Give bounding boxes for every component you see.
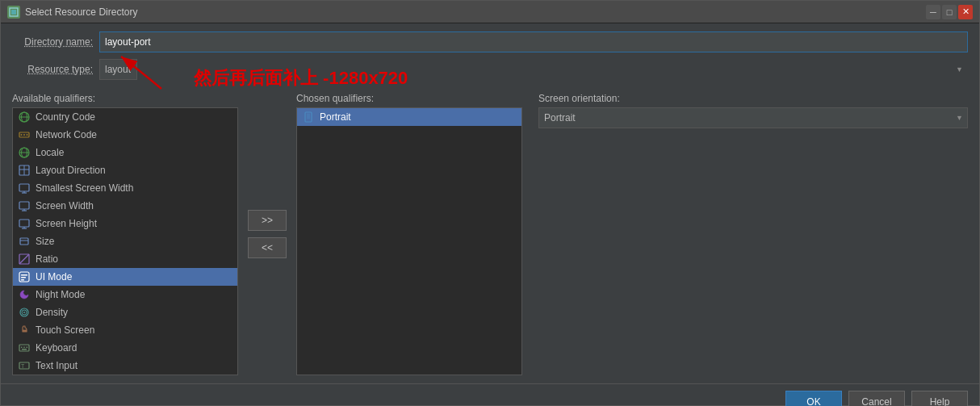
keyboard-icon xyxy=(18,341,31,354)
screen-icon xyxy=(18,199,31,212)
screen-orientation-label: Screen orientation: xyxy=(538,93,968,104)
screen-icon xyxy=(18,217,31,230)
maximize-button[interactable]: □ xyxy=(942,5,957,19)
screen-orientation-wrapper: Portrait Landscape Square xyxy=(538,107,968,128)
screen-orientation-select[interactable]: Portrait Landscape Square xyxy=(538,107,968,128)
qualifier-name: Touch Screen xyxy=(36,324,94,336)
directory-name-label: Directory name: xyxy=(12,36,93,48)
qualifier-item-network-code[interactable]: Network Code xyxy=(13,126,237,144)
resource-type-label: Resource type: xyxy=(12,64,93,75)
svg-rect-39 xyxy=(27,347,28,349)
screen-icon xyxy=(18,182,31,195)
ok-button[interactable]: OK xyxy=(785,391,842,406)
qualifier-name: Density xyxy=(36,307,68,318)
available-qualifiers-label: Available qualifiers: xyxy=(12,93,238,104)
ratio-icon xyxy=(18,253,31,266)
svg-rect-22 xyxy=(19,220,29,227)
qualifier-name: Network Code xyxy=(36,129,97,140)
chosen-item-name: Portrait xyxy=(320,111,351,123)
main-area: Available qualifiers: Country Code Netwo… xyxy=(12,93,968,375)
svg-text:T: T xyxy=(21,363,25,369)
touch-icon xyxy=(18,324,31,337)
forward-button[interactable]: >> xyxy=(248,210,287,231)
qualifier-name: Ratio xyxy=(36,253,58,265)
minimize-button[interactable]: ─ xyxy=(926,5,940,19)
qualifier-item-night-mode[interactable]: Night Mode xyxy=(13,286,237,303)
qualifier-list[interactable]: Country Code Network Code Locale Layout … xyxy=(12,107,238,375)
svg-rect-38 xyxy=(23,347,25,349)
chosen-qualifiers-panel: Chosen qualifiers: Portrait xyxy=(296,93,522,375)
svg-rect-32 xyxy=(21,279,24,281)
directory-name-row: Directory name: xyxy=(12,31,968,52)
screen-orientation-panel: Screen orientation: Portrait Landscape S… xyxy=(522,93,968,375)
svg-rect-30 xyxy=(21,274,27,276)
qualifier-item-keyboard[interactable]: Keyboard xyxy=(13,339,237,357)
title-bar: Select Resource Directory ─ □ ✕ xyxy=(1,1,979,23)
qualifier-item-size[interactable]: Size xyxy=(13,232,237,250)
svg-rect-44 xyxy=(307,114,310,119)
qualifier-name: Screen Height xyxy=(36,218,97,229)
svg-rect-40 xyxy=(22,349,27,350)
chosen-qualifiers-label: Chosen qualifiers: xyxy=(296,93,522,104)
globe-icon xyxy=(18,111,31,123)
qualifier-item-layout-direction[interactable]: Layout Direction xyxy=(13,161,237,179)
svg-rect-1 xyxy=(11,10,16,15)
close-button[interactable]: ✕ xyxy=(958,5,973,19)
svg-rect-25 xyxy=(20,238,28,245)
dialog-content: Directory name: Resource type: layout xyxy=(1,23,979,383)
arrow-buttons-panel: >> << xyxy=(238,93,296,375)
size-icon xyxy=(18,235,31,248)
qualifier-item-ui-mode[interactable]: UI Mode xyxy=(13,268,237,286)
qualifier-item-smallest-screen-width[interactable]: Smallest Screen Width xyxy=(13,179,237,197)
resource-type-wrapper: layout xyxy=(99,59,968,80)
qualifier-name: Screen Width xyxy=(36,200,94,211)
qualifier-name: Text Input xyxy=(36,360,77,371)
qualifier-name: Night Mode xyxy=(36,289,85,300)
window-icon xyxy=(7,6,20,19)
svg-rect-31 xyxy=(21,277,26,278)
qualifier-item-screen-width[interactable]: Screen Width xyxy=(13,197,237,215)
available-qualifiers-panel: Available qualifiers: Country Code Netwo… xyxy=(12,93,238,375)
svg-point-35 xyxy=(23,312,25,313)
qualifier-item-ratio[interactable]: Ratio xyxy=(13,250,237,268)
network-icon xyxy=(18,128,31,141)
title-controls: ─ □ ✕ xyxy=(926,5,973,19)
qualifier-item-locale[interactable]: Locale xyxy=(13,144,237,161)
night-icon xyxy=(18,288,31,301)
svg-rect-16 xyxy=(19,184,29,191)
chosen-list[interactable]: Portrait xyxy=(296,107,522,375)
cancel-button[interactable]: Cancel xyxy=(848,391,905,406)
qualifier-item-density[interactable]: Density xyxy=(13,303,237,321)
qualifier-name: Smallest Screen Width xyxy=(36,182,133,194)
density-icon xyxy=(18,306,31,319)
window-title: Select Resource Directory xyxy=(25,6,926,18)
qualifier-item-text-input[interactable]: T Text Input xyxy=(13,357,237,375)
qualifier-item-screen-height[interactable]: Screen Height xyxy=(13,215,237,232)
svg-rect-37 xyxy=(21,347,23,349)
svg-point-8 xyxy=(23,134,25,136)
qualifier-name: UI Mode xyxy=(36,271,72,283)
qualifier-name: Layout Direction xyxy=(36,165,106,176)
directory-name-input[interactable] xyxy=(99,31,968,52)
select-resource-directory-window: Select Resource Directory ─ □ ✕ Director… xyxy=(0,0,980,406)
qualifier-item-touch-screen[interactable]: Touch Screen xyxy=(13,321,237,339)
backward-button[interactable]: << xyxy=(248,237,287,258)
qualifier-name: Keyboard xyxy=(36,342,77,354)
resource-type-row: Resource type: layout xyxy=(12,59,968,80)
qualifier-name: Locale xyxy=(36,147,64,158)
uimode-icon xyxy=(18,270,31,283)
text-icon: T xyxy=(18,359,31,372)
qualifier-name: Size xyxy=(36,236,54,247)
qualifier-item-country-code[interactable]: Country Code xyxy=(13,108,237,126)
svg-line-28 xyxy=(19,254,29,264)
qualifier-name: Country Code xyxy=(36,111,95,123)
globe-icon xyxy=(18,146,31,159)
layout-icon xyxy=(18,164,31,177)
help-button[interactable]: Help xyxy=(911,391,968,406)
svg-point-7 xyxy=(21,134,23,136)
resource-type-select[interactable]: layout xyxy=(99,59,137,80)
portrait-icon xyxy=(302,111,315,123)
chosen-item-portrait[interactable]: Portrait xyxy=(297,108,521,126)
svg-point-9 xyxy=(27,134,28,136)
svg-rect-19 xyxy=(19,202,29,209)
